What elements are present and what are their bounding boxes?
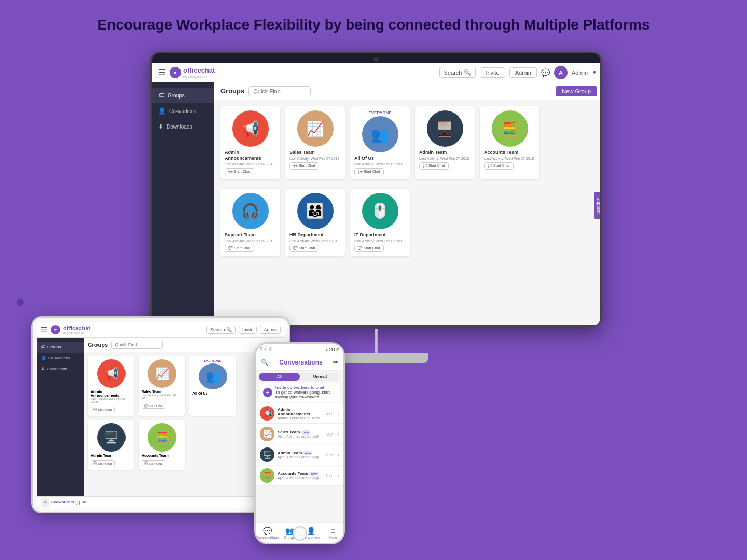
new-group-button[interactable]: New Group	[556, 86, 597, 96]
group-icon-sales-team: 📈	[297, 110, 334, 147]
tablet-sidebar-coworkers[interactable]: 👤 Co-workers	[37, 353, 84, 363]
filter-all-btn[interactable]: All	[259, 373, 300, 381]
start-chat-btn-0[interactable]: 💬 Start Chat	[225, 168, 254, 175]
phone-conv-msg-1: Ajith: Ajith has added aj@@mangospring.c…	[278, 435, 323, 438]
phone-conv-sales-team[interactable]: 📈 Sales Team new Ajith: Ajith has added …	[256, 424, 343, 444]
invite-sub: To get co-workers going, start inviting …	[275, 390, 336, 399]
tablet-name-all: All Of Us	[192, 391, 233, 395]
tablet-footer-coworkers[interactable]: Co-workers (1)	[51, 500, 80, 505]
sidebar-item-coworkers[interactable]: 👤 Co-workers	[152, 103, 214, 119]
sidebar-item-groups[interactable]: 🏷 Groups	[152, 88, 214, 103]
logo-icon: ●	[170, 67, 181, 78]
tablet-logo-icon: ●	[51, 325, 60, 334]
group-icon-it-department: 🖱️	[362, 193, 398, 229]
phone-conv-time-1: 10 m	[326, 432, 335, 436]
tablet-logo-text-block: officechat by MangoApps	[63, 325, 90, 334]
chat-icon-0: 💬	[228, 170, 233, 174]
tablet-name-sales: Sales Team	[142, 390, 182, 394]
phone-conv-admin-announcements[interactable]: 📢 Admin Announcements Admin: There will …	[256, 403, 343, 424]
tablet-quick-find[interactable]	[111, 341, 163, 349]
group-meta-7: Last Activity: Wed Feb 07 2018	[354, 239, 406, 243]
group-card-admin-announcements: 📢 Admin Announcements Last Activity: Wed…	[220, 106, 280, 179]
chat-icon-4: 💬	[488, 164, 492, 168]
phone-conv-info-1: Sales Team new Ajith: Ajith has added aj…	[278, 430, 323, 438]
phone-nav-more[interactable]: ≡ More	[322, 527, 343, 539]
edit-icon-phone[interactable]: ✏	[333, 359, 338, 366]
bullet-point	[17, 299, 24, 306]
tablet-coworkers-icon: 👤	[41, 356, 46, 360]
monitor-stem	[375, 329, 378, 353]
tablet-search[interactable]: Search 🔍	[206, 326, 236, 334]
tablet-logo-text: officechat	[63, 325, 90, 331]
phone-conv-msg-0: Admin: There will be Training Session Sc…	[278, 416, 323, 420]
sidebar-groups-label: Groups	[168, 93, 185, 99]
admin-button[interactable]: Admin	[509, 67, 537, 78]
phone-conv-name-2: Admin Team new	[278, 451, 323, 455]
tablet-search-label: Search	[210, 327, 225, 332]
start-chat-btn-3[interactable]: 💬 Start Chat	[419, 162, 449, 170]
tablet-start-chat-sales[interactable]: 💬 Start Chat	[142, 403, 165, 409]
tablet-start-chat-admin[interactable]: 💬 Start Chat	[91, 407, 115, 412]
chat-icon-5: 💬	[228, 246, 233, 250]
search-icon-phone[interactable]: 🔍	[261, 359, 269, 366]
group-card-accounts-team: 🧮 Accounts Team Last Activity: Wed Feb 0…	[480, 106, 540, 179]
phone-wrapper: ▽ .ıll 🔋 1:54 PM 🔍 Conversations ✏ All U…	[254, 342, 345, 544]
desktop-search[interactable]: Search 🔍	[439, 67, 476, 78]
tablet-sidebar-downloads[interactable]: ⬇ Downloads	[37, 363, 84, 374]
phone-conv-icon-3: 🧮	[260, 468, 274, 483]
group-icon-admin-announcements: 📢	[232, 110, 269, 147]
start-chat-btn-1[interactable]: 💬 Start Chat	[289, 162, 319, 170]
tablet-admin-btn[interactable]: Admin	[260, 326, 281, 334]
tablet-start-chat-admin-team[interactable]: 💬 Start Chat	[91, 460, 115, 466]
start-chat-btn-6[interactable]: 💬 Start Chat	[289, 245, 319, 252]
tablet-hamburger-icon[interactable]: ☰	[41, 326, 48, 334]
group-card-sales-team: 📈 Sales Team Last Activity: Wed Feb 07 2…	[285, 106, 345, 179]
topbar-logo: ● officechat by MangoApps	[170, 66, 215, 79]
nav-conversations-label: Conversations	[256, 536, 279, 539]
filter-unread-btn[interactable]: Unread	[300, 373, 341, 381]
group-meta-6: Last Activity: Wed Feb 07 2018	[289, 239, 341, 243]
hamburger-icon[interactable]: ☰	[158, 67, 165, 77]
phone-conv-info-0: Admin Announcements Admin: There will be…	[278, 407, 323, 420]
group-meta-2: Last Activity: Wed Feb 07 2018	[354, 162, 406, 166]
dropdown-icon[interactable]: ▼	[592, 69, 597, 75]
invite-button[interactable]: Invite	[480, 67, 505, 78]
phone-conv-msg-3: Ajith: Ajith has added aj@@mangospring.c…	[278, 476, 323, 480]
tablet-close-btn[interactable]: ✕	[41, 498, 49, 507]
phone-conv-accounts-team[interactable]: 🧮 Accounts Team new Ajith: Ajith has add…	[256, 466, 343, 486]
phone-nav-conversations[interactable]: 💬 Conversations	[256, 527, 279, 539]
monitor-screen: ☰ ● officechat by MangoApps Search 🔍 Inv…	[150, 52, 602, 327]
start-chat-btn-4[interactable]: 💬 Start Chat	[484, 162, 514, 170]
tablet-sidebar: 🏷 Groups 👤 Co-workers ⬇ Downloads	[37, 338, 84, 508]
start-chat-btn-5[interactable]: 💬 Start Chat	[225, 245, 254, 252]
admin-avatar: A	[554, 66, 568, 79]
chat-icon[interactable]: 💬	[541, 68, 550, 77]
tablet-name-admin-team: Admin Team	[91, 454, 131, 457]
tablet-sidebar-groups[interactable]: 🏷 Groups	[37, 342, 84, 353]
start-chat-btn-7[interactable]: 💬 Start Chat	[354, 245, 384, 252]
tablet-footer-all[interactable]: All	[82, 500, 87, 505]
tablet-groups-icon: 🏷	[41, 345, 45, 349]
invite-title: Invite co-workers to chat	[275, 385, 336, 390]
chat-icon-2: 💬	[358, 170, 363, 174]
tablet-name-admin: Admin Announcements	[91, 390, 131, 397]
group-meta-1: Last Activity: Wed Feb 07 2018	[289, 157, 341, 160]
sidebar-item-downloads[interactable]: ⬇ Downloads	[152, 119, 214, 134]
phone-conv-time-2: 07 m	[326, 453, 335, 457]
phone-conv-time-0: 11 m	[326, 412, 335, 415]
logo-text-block: officechat by MangoApps	[183, 66, 215, 79]
start-chat-btn-2[interactable]: 💬 Start Chat	[354, 168, 384, 175]
group-name-5: Support Team	[225, 232, 276, 238]
chevron-icon-1: ›	[338, 431, 339, 437]
quick-find-input[interactable]	[248, 86, 311, 96]
tablet-start-chat-accounts[interactable]: 💬 Start Chat	[142, 460, 165, 466]
tablet-invite-btn[interactable]: Invite	[239, 326, 257, 334]
logo-text: officechat	[183, 66, 215, 74]
phone-home-button[interactable]	[293, 526, 307, 541]
support-tab[interactable]: Support	[594, 192, 602, 219]
everyone-label: EVERYONE	[354, 110, 406, 115]
invite-plus-icon[interactable]: +	[263, 388, 272, 397]
phone-conv-admin-team[interactable]: 🖥️ Admin Team new Ajith: Ajith has added…	[256, 445, 343, 465]
nav-more-icon: ≡	[330, 527, 335, 535]
monitor-notch	[374, 57, 379, 62]
